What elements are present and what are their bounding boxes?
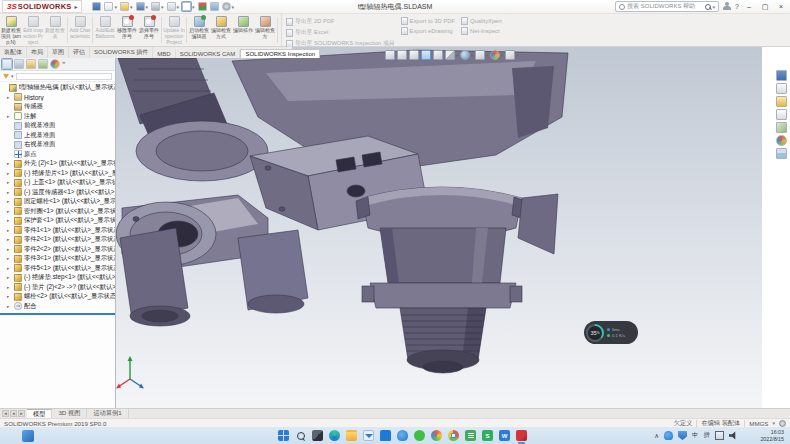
tree-item[interactable]: 右视基准面: [0, 140, 115, 150]
expand-icon[interactable]: ▸: [7, 114, 12, 119]
search-icon[interactable]: [705, 4, 711, 10]
tree-item[interactable]: ▸(-) 绝缘垫.step<1> (默认<<默认>_: [0, 273, 115, 283]
volume-icon[interactable]: [729, 431, 738, 440]
minimize-button[interactable]: –: [743, 3, 755, 10]
section-view-icon[interactable]: [421, 50, 431, 60]
taskbar-clock[interactable]: 16:03 2022/8/15: [760, 429, 784, 442]
widgets-icon[interactable]: [22, 430, 34, 442]
new-document-icon[interactable]: [104, 2, 113, 11]
tree-item[interactable]: ▸保护套<1> (默认<<默认>_显示状态: [0, 216, 115, 226]
view-annotations-icon[interactable]: [433, 50, 443, 60]
tab-布局[interactable]: 布局: [27, 47, 48, 58]
file-explorer-icon[interactable]: [776, 109, 787, 120]
view-orientation-dropdown-icon[interactable]: ▾: [456, 53, 458, 58]
select-icon[interactable]: [182, 2, 191, 11]
home-icon[interactable]: [92, 2, 101, 11]
expand-icon[interactable]: ▸: [7, 180, 12, 185]
chrome-taskbar-icon[interactable]: [448, 430, 459, 441]
save-dropdown-icon[interactable]: ▾: [146, 4, 149, 10]
tab-草图[interactable]: 草图: [48, 47, 69, 58]
tree-item[interactable]: 传感器: [0, 102, 115, 112]
help-search-box[interactable]: 搜索 SOLIDWORKS 帮助 ▾: [615, 1, 719, 12]
search-dropdown-icon[interactable]: ▾: [713, 4, 716, 10]
view-orientation-icon[interactable]: [445, 50, 455, 60]
tree-item[interactable]: 原点: [0, 150, 115, 160]
ime-mode-icon[interactable]: 拼: [704, 431, 711, 440]
view-settings-icon[interactable]: [505, 50, 515, 60]
undo-icon[interactable]: [167, 2, 176, 11]
tree-item[interactable]: ▸注解: [0, 112, 115, 122]
tab-scroll-icon-1[interactable]: ◄: [2, 410, 9, 417]
tree-item[interactable]: ▸零件1<1> (默认<<默认>_显示状态: [0, 226, 115, 236]
file-explorer-taskbar-icon[interactable]: [346, 430, 357, 441]
expand-icon[interactable]: ▸: [7, 237, 12, 242]
property-manager-tab-icon[interactable]: [14, 59, 24, 69]
custom-properties-icon[interactable]: [776, 148, 787, 159]
task-view-taskbar-icon[interactable]: [312, 430, 323, 441]
tab-评估[interactable]: 评估: [69, 47, 90, 58]
appearances-icon[interactable]: [776, 135, 787, 146]
new-document-dropdown-icon[interactable]: ▾: [114, 4, 117, 10]
design-library-icon[interactable]: [776, 96, 787, 107]
open-dropdown-icon[interactable]: ▾: [130, 4, 133, 10]
viewport[interactable]: [116, 47, 762, 408]
expand-icon[interactable]: ▸: [7, 171, 12, 176]
edit-operation-button[interactable]: 编辑操作: [232, 14, 254, 46]
status-globe-icon[interactable]: [779, 420, 786, 427]
expand-icon[interactable]: ▸: [7, 161, 12, 166]
expand-icon[interactable]: ▸: [7, 275, 12, 280]
edit-appearance-dropdown-icon[interactable]: ▾: [501, 53, 503, 58]
solidworks-taskbar-icon[interactable]: [516, 430, 527, 441]
tree-item[interactable]: ▸密封圈<1> (默认<<默认>_显示状态: [0, 207, 115, 217]
expand-icon[interactable]: ▸: [7, 218, 12, 223]
select-dropdown-icon[interactable]: ▾: [192, 4, 195, 10]
tree-item[interactable]: ▸零件3<1> (默认<<默认>_显示状态: [0, 254, 115, 264]
tree-item[interactable]: ▸螺栓<2> (默认<<默认>_显示状态: [0, 292, 115, 302]
feature-manager-tab-icon[interactable]: [2, 59, 12, 69]
tree-item[interactable]: ▸(-) 绝缘垫片<1> (默认<<默认>_显示: [0, 169, 115, 179]
expand-icon[interactable]: ▸: [7, 190, 12, 195]
mail-taskbar-icon[interactable]: [363, 430, 374, 441]
hide-show-items-icon[interactable]: [475, 50, 485, 60]
dimxpert-manager-tab-icon[interactable]: [38, 59, 48, 69]
options-dropdown-icon[interactable]: ▾: [232, 4, 235, 10]
tree-item[interactable]: ▸(-) 温度传感器<1> (默认<<默认>_显: [0, 188, 115, 198]
launch-inspection-editor-button[interactable]: 启动检查编辑器: [188, 14, 210, 46]
edit-inspection-button[interactable]: 编辑检查方: [254, 14, 276, 46]
logo-flyout-arrow[interactable]: ▸: [74, 3, 77, 10]
hide-show-items-dropdown-icon[interactable]: ▾: [486, 53, 488, 58]
start-taskbar-icon[interactable]: [278, 430, 289, 441]
help-menu[interactable]: ?: [735, 3, 739, 10]
tree-item[interactable]: ▸固定螺栓<1> (默认<<默认>_显示状: [0, 197, 115, 207]
ime-lang-icon[interactable]: 中: [692, 431, 699, 440]
undo-dropdown-icon[interactable]: ▾: [177, 4, 180, 10]
tab-MBD[interactable]: MBD: [153, 50, 175, 58]
wechat-taskbar-icon[interactable]: [414, 430, 425, 441]
security-tray-icon[interactable]: [678, 431, 687, 440]
model-3d-canvas[interactable]: [116, 47, 762, 408]
browser-360-taskbar-icon[interactable]: [431, 430, 442, 441]
expand-icon[interactable]: ▸: [7, 304, 12, 309]
tree-item[interactable]: ▸零件5<1> (默认<<默认>_显示状态: [0, 264, 115, 274]
home-icon[interactable]: [776, 70, 787, 81]
configuration-manager-tab-icon[interactable]: [26, 59, 36, 69]
doc-tab-运动算例1[interactable]: 运动算例1: [87, 409, 128, 419]
expand-icon[interactable]: ▸: [7, 266, 12, 271]
panel-tabs-overflow-icon[interactable]: »: [62, 59, 65, 69]
store-taskbar-icon[interactable]: [380, 430, 391, 441]
view-settings-dropdown-icon[interactable]: ▾: [516, 53, 518, 58]
expand-icon[interactable]: ▸: [7, 256, 12, 261]
tree-item[interactable]: ▸零件2<1> (默认<<默认>_显示状态: [0, 235, 115, 245]
print-dropdown-icon[interactable]: ▾: [161, 4, 164, 10]
filter-dropdown-icon[interactable]: ▾: [11, 73, 14, 79]
tree-root-item[interactable]: t型轴辐热电偶 (默认<默认_显示状态-1>): [0, 83, 115, 93]
tree-item[interactable]: ▸配合: [0, 302, 115, 312]
display-style-icon[interactable]: [460, 50, 470, 60]
zoom-fit-icon[interactable]: [385, 50, 395, 60]
edit-inspection-method-button[interactable]: 编辑检查方式: [210, 14, 232, 46]
edge-taskbar-icon[interactable]: [329, 430, 340, 441]
tray-expand-icon[interactable]: ∧: [654, 432, 659, 440]
search-taskbar-icon[interactable]: [295, 430, 306, 441]
sw-resources-icon[interactable]: [776, 83, 787, 94]
expand-icon[interactable]: ▸: [7, 294, 12, 299]
